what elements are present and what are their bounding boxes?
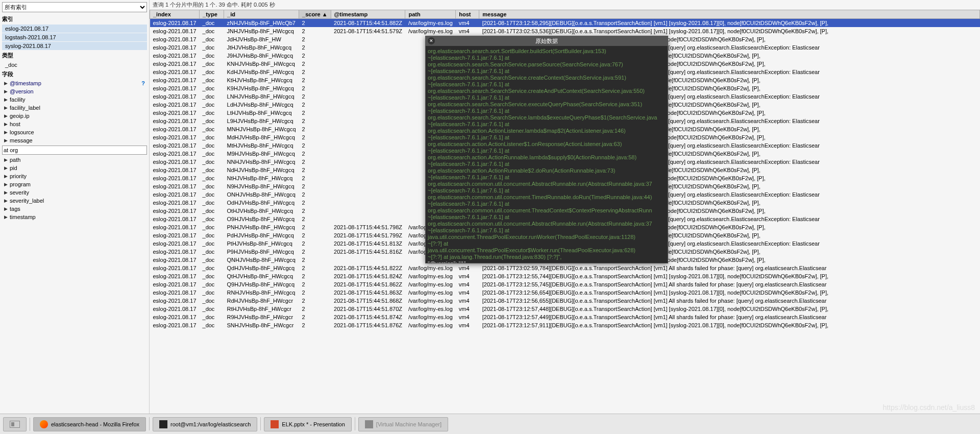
field-item[interactable]: ▶path xyxy=(2,156,147,164)
filter-input[interactable] xyxy=(2,146,147,155)
raw-data-popup: ✕ 原始数据 org.elasticsearch.search.sort.Sor… xyxy=(425,36,668,263)
column-header[interactable]: host xyxy=(456,10,479,19)
table-row[interactable]: eslog-2021.08.17_docRtHJVHsBp-8hF_HWcgcr… xyxy=(150,305,980,313)
arrow-icon: ▶ xyxy=(4,190,8,195)
table-row[interactable]: eslog-2021.08.17_docRdHJVHsBp-8hF_HWcgcr… xyxy=(150,297,980,305)
popup-body[interactable]: org.elasticsearch.search.sort.SortBuilde… xyxy=(426,46,668,263)
arrow-icon: ▶ xyxy=(4,165,8,171)
field-item[interactable]: ▶pid xyxy=(2,164,147,172)
field-item[interactable]: ▶severity_label xyxy=(2,197,147,205)
sidebar: 所有索引 索引 eslog-2021.08.17logstash-2021.08… xyxy=(0,0,150,414)
arrow-icon: ▶ xyxy=(4,89,8,94)
taskbar: elasticsearch-head - Mozilla Firefoxroot… xyxy=(0,414,980,434)
arrow-icon: ▶ xyxy=(4,130,8,135)
content: 查询 1 个分片中用的 1 个. 39 命中. 耗时 0.005 秒 _inde… xyxy=(150,0,980,414)
field-item[interactable]: ▶tags xyxy=(2,205,147,213)
field-item[interactable]: ▶logsource xyxy=(2,128,147,136)
field-item[interactable]: ▶geoip.ip xyxy=(2,112,147,120)
section-type: 类型 xyxy=(2,51,147,60)
arrow-icon: ▶ xyxy=(4,138,8,143)
taskbar-item[interactable]: [Virtual Machine Manager] xyxy=(358,417,448,431)
arrow-icon: ▶ xyxy=(4,122,8,127)
field-item[interactable]: ▶host xyxy=(2,120,147,128)
table-row[interactable]: eslog-2021.08.17_doczNHJVHsBp-8hF_HWcQb7… xyxy=(150,19,980,28)
watermark: https://blog.csdn.net/a_liuss8 xyxy=(883,403,975,412)
show-desktop-button[interactable] xyxy=(3,417,27,431)
arrow-icon: ▶ xyxy=(4,174,8,179)
question-icon: ? xyxy=(141,80,145,86)
app-icon xyxy=(271,420,279,428)
field-item[interactable]: ▶@version xyxy=(2,87,147,95)
field-item[interactable]: ▶@timestamp? xyxy=(2,79,147,87)
column-header[interactable]: @timestamp xyxy=(331,10,405,19)
index-item[interactable]: eslog-2021.08.17 xyxy=(2,25,147,33)
column-header[interactable]: _id xyxy=(224,10,299,19)
section-index: 索引 xyxy=(2,14,147,24)
column-header[interactable]: path xyxy=(405,10,456,19)
table-row[interactable]: eslog-2021.08.17_docQ9HJVHsBp-8hF_HWcgcq… xyxy=(150,280,980,288)
app-icon xyxy=(159,420,167,428)
field-item[interactable]: ▶severity xyxy=(2,188,147,197)
table-row[interactable]: eslog-2021.08.17_docRNHJVHsBp-8hF_HWcgcq… xyxy=(150,288,980,297)
field-item[interactable]: ▶priority xyxy=(2,172,147,180)
field-item[interactable]: ▶program xyxy=(2,180,147,188)
column-header[interactable]: _type xyxy=(200,10,224,19)
field-item[interactable]: ▶message xyxy=(2,136,147,144)
section-field: 字段 xyxy=(2,69,147,79)
status-text: 查询 1 个分片中用的 1 个. 39 命中. 耗时 0.005 秒 xyxy=(150,0,980,10)
arrow-icon: ▶ xyxy=(4,182,8,187)
table-row[interactable]: eslog-2021.08.17_docQdHJVHsBp-8hF_HWcgcq… xyxy=(150,264,980,272)
table-row[interactable]: eslog-2021.08.17_docSNHJVHsBp-8hF_HWcgcr… xyxy=(150,321,980,329)
arrow-icon: ▶ xyxy=(4,81,8,86)
index-select[interactable]: 所有索引 xyxy=(2,2,147,12)
desktop-icon xyxy=(10,421,20,428)
arrow-icon: ▶ xyxy=(4,113,8,118)
taskbar-item[interactable]: elasticsearch-head - Mozilla Firefox xyxy=(33,417,146,431)
index-item[interactable]: syslog-2021.08.17 xyxy=(2,42,147,50)
arrow-icon: ▶ xyxy=(4,198,8,203)
app-icon xyxy=(40,420,48,428)
app-icon xyxy=(365,420,373,428)
field-item[interactable]: ▶facility xyxy=(2,95,147,104)
arrow-icon: ▶ xyxy=(4,206,8,211)
arrow-icon: ▶ xyxy=(4,157,8,162)
arrow-icon: ▶ xyxy=(4,105,8,110)
taskbar-item[interactable]: ELK.pptx * - Presentation xyxy=(264,417,352,431)
column-header[interactable]: message xyxy=(479,10,980,19)
table-row[interactable]: eslog-2021.08.17_docJNHJVHsBp-8hF_HWcgcq… xyxy=(150,27,980,35)
field-item[interactable]: ▶facility_label xyxy=(2,104,147,112)
arrow-icon: ▶ xyxy=(4,97,8,102)
close-icon[interactable]: ✕ xyxy=(428,37,435,44)
popup-title[interactable]: ✕ 原始数据 xyxy=(426,36,668,46)
column-header[interactable]: _score ▲ xyxy=(299,10,331,19)
taskbar-item[interactable]: root@vm1:/var/log/elasticsearch xyxy=(153,417,257,431)
column-header[interactable]: _index xyxy=(150,10,200,19)
field-item[interactable]: ▶timestamp xyxy=(2,213,147,221)
type-item[interactable]: _doc xyxy=(2,61,147,69)
table-row[interactable]: eslog-2021.08.17_docQtHJVHsBp-8hF_HWcgcq… xyxy=(150,272,980,280)
table-row[interactable]: eslog-2021.08.17_docR9HJVHsBp-8hF_HWcgcr… xyxy=(150,313,980,321)
index-item[interactable]: logstash-2021.08.17 xyxy=(2,33,147,41)
arrow-icon: ▶ xyxy=(4,214,8,220)
